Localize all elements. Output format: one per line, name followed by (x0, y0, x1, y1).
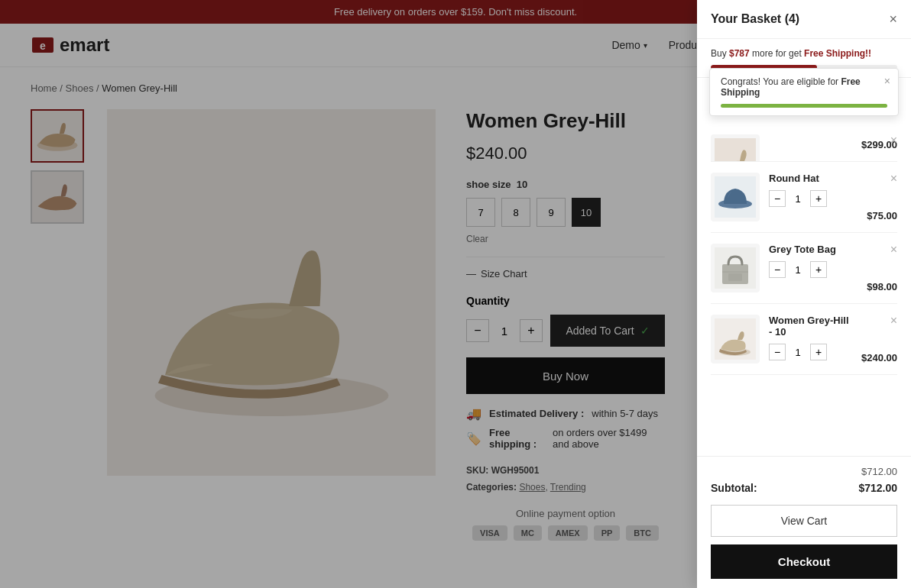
toast-close-button[interactable]: × (884, 75, 890, 87)
item-image-partial (711, 134, 760, 162)
item-details-hat: Round Hat − 1 + (769, 173, 858, 207)
shoe-qty-increase-button[interactable]: + (810, 344, 827, 360)
shoe-qty-decrease-button[interactable]: − (769, 344, 786, 360)
bag-qty-increase-button[interactable]: + (810, 261, 827, 278)
total-line: $712.00 (711, 466, 897, 477)
shoe-remove-button[interactable]: × (890, 315, 897, 327)
item-details-shoe: Women Grey-Hill - 10 − 1 + (769, 315, 852, 360)
cart-items-list: $299.00 × Round Hat − 1 (697, 124, 911, 456)
item-image-hat (711, 173, 760, 221)
cart-title: Your Basket (4) (711, 12, 799, 26)
shipping-amount: $787 (729, 48, 750, 59)
list-item: Women Grey-Hill - 10 − 1 + $240.00 × (711, 304, 897, 375)
item-details-partial (769, 134, 852, 141)
bag-remove-button[interactable]: × (890, 244, 897, 256)
svg-rect-7 (715, 138, 756, 162)
shoe-qty-controls: − 1 + (769, 344, 852, 360)
free-shipping-bar (721, 104, 887, 108)
total-value: $712.00 (861, 466, 897, 477)
list-item: Grey Tote Bag − 1 + $98.00 × (711, 233, 897, 304)
hat-qty-value: 1 (792, 193, 804, 205)
bag-qty-controls: − 1 + (769, 261, 858, 278)
bag-item-price: $98.00 (867, 281, 897, 292)
shipping-message: Buy $787 more for get Free Shipping!! (711, 48, 897, 59)
cart-footer: $712.00 Subtotal: $712.00 View Cart Chec… (697, 456, 911, 556)
cart-header: Your Basket (4) × (697, 0, 911, 39)
item-name-bag: Grey Tote Bag (769, 244, 858, 255)
list-item: $299.00 × (711, 124, 897, 162)
item-details-bag: Grey Tote Bag − 1 + (769, 244, 858, 278)
bag-qty-decrease-button[interactable]: − (769, 261, 786, 278)
bag-qty-value: 1 (792, 264, 804, 276)
shipping-bar-area: Buy $787 more for get Free Shipping!! × … (697, 39, 911, 78)
tote-bag-icon (715, 247, 756, 289)
cart-close-button[interactable]: × (889, 12, 897, 26)
shoe-item-price: $240.00 (861, 352, 897, 363)
subtotal-label: Subtotal: (711, 482, 757, 494)
hat-qty-increase-button[interactable]: + (810, 190, 827, 207)
subtotal-value: $712.00 (858, 482, 897, 494)
shoe-qty-value: 1 (792, 347, 804, 358)
hat-item-price: $75.00 (867, 210, 897, 221)
item-image-shoe (711, 315, 760, 363)
item-remove-partial-button[interactable]: × (890, 134, 897, 147)
hat-qty-decrease-button[interactable]: − (769, 190, 786, 207)
shoe-item-icon (715, 318, 756, 360)
partial-item-icon (715, 138, 756, 162)
svg-rect-13 (728, 273, 742, 281)
hat-icon (715, 176, 756, 218)
list-item: Round Hat − 1 + $75.00 × (711, 162, 897, 233)
item-image-bag (711, 244, 760, 292)
subtotal-line: Subtotal: $712.00 (711, 482, 897, 494)
item-name-shoe: Women Grey-Hill - 10 (769, 315, 852, 338)
item-name-hat: Round Hat (769, 173, 858, 184)
checkout-button[interactable]: Checkout (711, 544, 897, 556)
cart-count: (4) (785, 12, 800, 25)
view-cart-button[interactable]: View Cart (711, 505, 897, 537)
free-shipping-toast: × Congrats! You are eligible for Free Sh… (709, 68, 899, 116)
hat-qty-controls: − 1 + (769, 190, 858, 207)
hat-remove-button[interactable]: × (890, 173, 897, 185)
cart-panel: Your Basket (4) × Buy $787 more for get … (697, 0, 911, 556)
